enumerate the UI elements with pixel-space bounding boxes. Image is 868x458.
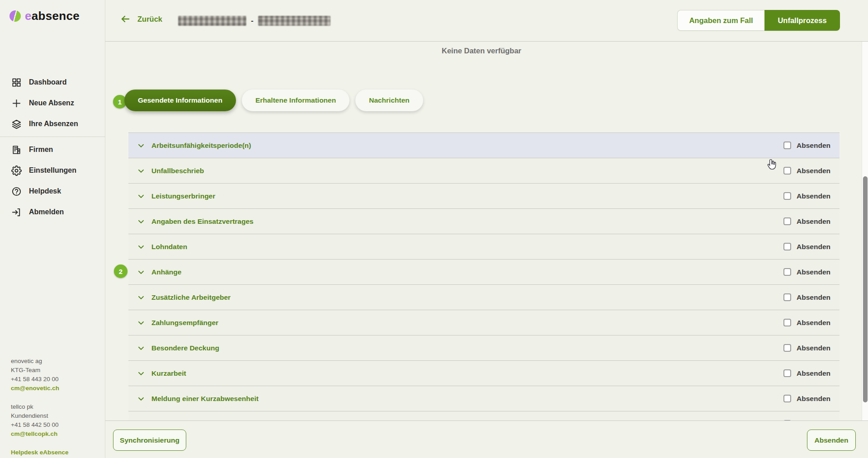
- contact-department: Kundendienst: [11, 411, 69, 420]
- vertical-scrollbar: [862, 42, 868, 420]
- synchronisierung-button[interactable]: Synchronisierung: [113, 430, 186, 451]
- section-label: Leistungserbringer: [151, 192, 215, 200]
- absenden-checkbox[interactable]: [783, 420, 791, 420]
- unfallprozess-button[interactable]: Unfallprozess: [764, 10, 840, 31]
- title-separator: -: [251, 16, 254, 25]
- section-label: Anhänge: [151, 268, 181, 276]
- tab-nachrichten[interactable]: Nachrichten: [355, 90, 423, 111]
- section-row[interactable]: Zusätzliche Arbeitgeber Absenden: [128, 285, 840, 310]
- sidebar-item-label: Firmen: [29, 146, 53, 154]
- contact-group: enovetic ag KTG-Team +41 58 443 20 00 cm…: [11, 357, 69, 393]
- plus-icon: [11, 98, 22, 109]
- chevron-down-icon: [137, 318, 146, 327]
- chevron-down-icon: [137, 369, 146, 378]
- absenden-checkbox[interactable]: [783, 344, 791, 352]
- section-row[interactable]: Besondere Deckung Absenden: [128, 335, 840, 361]
- section-row[interactable]: Mutieren von Personendaten Absenden: [128, 411, 840, 420]
- sidebar-item-label: Dashboard: [29, 78, 67, 86]
- scrollbar-thumb[interactable]: [863, 176, 868, 402]
- contact-email-link[interactable]: cm@tellcopk.ch: [11, 430, 57, 439]
- section-row[interactable]: Zahlungsempfänger Absenden: [128, 310, 840, 335]
- section-row[interactable]: Lohndaten Absenden: [128, 234, 840, 260]
- gear-icon: [11, 165, 22, 176]
- absenden-checkbox-label: Absenden: [797, 293, 830, 302]
- absenden-checkbox-label: Absenden: [797, 369, 830, 378]
- absenden-checkbox[interactable]: [783, 395, 791, 402]
- absenden-checkbox-label: Absenden: [797, 167, 830, 175]
- chevron-down-icon: [137, 420, 146, 421]
- building-icon: [11, 145, 22, 155]
- chevron-down-icon: [137, 268, 146, 277]
- section-row[interactable]: Leistungserbringer Absenden: [128, 184, 840, 209]
- dashboard-grid-icon: [11, 77, 22, 88]
- section-label: Meldung einer Kurzabwesenheit: [151, 395, 259, 403]
- sidebar-item-neue-absenz[interactable]: Neue Absenz: [0, 93, 105, 113]
- eabsence-logo-text: eabsence: [25, 9, 80, 23]
- sidebar-item-einstellungen[interactable]: Einstellungen: [0, 160, 105, 181]
- sidebar-nav: Dashboard Neue Absenz Ihre Absenzen Firm…: [0, 72, 105, 222]
- case-title: -: [178, 15, 330, 27]
- main-content: Keine Daten verfügbar 1 2 Gesendete Info…: [105, 42, 858, 420]
- section-row[interactable]: Unfallbeschrieb Absenden: [128, 158, 840, 184]
- absenden-checkbox[interactable]: [783, 319, 791, 326]
- helpdesk-eabsence-link[interactable]: Helpdesk eAbsence: [11, 448, 69, 457]
- section-row[interactable]: Meldung einer Kurzabwesenheit Absenden: [128, 386, 840, 411]
- angaben-zum-fall-button[interactable]: Angaben zum Fall: [677, 10, 764, 31]
- contact-phone: +41 58 443 20 00: [11, 375, 69, 384]
- absenden-checkbox-label: Absenden: [797, 192, 830, 200]
- sidebar-item-label: Helpdesk: [29, 187, 61, 195]
- absenden-checkbox-label: Absenden: [797, 243, 830, 251]
- section-label: Mutieren von Personendaten: [151, 420, 248, 421]
- absenden-checkbox-label: Absenden: [797, 420, 830, 421]
- sidebar-contact-block: enovetic ag KTG-Team +41 58 443 20 00 cm…: [11, 357, 69, 457]
- sidebar-item-helpdesk[interactable]: Helpdesk: [0, 181, 105, 202]
- sidebar-item-label: Neue Absenz: [29, 99, 74, 107]
- absenden-checkbox[interactable]: [783, 167, 791, 175]
- contact-email-link[interactable]: cm@enovetic.ch: [11, 384, 59, 393]
- info-tabs: Gesendete InformationenErhaltene Informa…: [124, 90, 423, 111]
- chevron-down-icon: [137, 293, 146, 302]
- section-row[interactable]: Anhänge Absenden: [128, 260, 840, 285]
- arrow-left-icon: [120, 14, 131, 24]
- absenden-checkbox-label: Absenden: [797, 344, 830, 352]
- tab-erhaltene-informationen[interactable]: Erhaltene Informationen: [242, 90, 349, 111]
- tab-gesendete-informationen[interactable]: Gesendete Informationen: [124, 90, 236, 111]
- redacted-person-name: [178, 16, 246, 26]
- contact-group: tellco pk Kundendienst +41 58 442 50 00 …: [11, 402, 69, 439]
- sidebar-item-label: Abmelden: [29, 208, 64, 216]
- section-label: Angaben des Einsatzvertrages: [151, 217, 254, 226]
- chevron-down-icon: [137, 242, 146, 251]
- back-button[interactable]: Zurück: [120, 14, 162, 24]
- logout-icon: [11, 207, 22, 217]
- absenden-checkbox-label: Absenden: [797, 142, 830, 150]
- section-row[interactable]: Kurzarbeit Absenden: [128, 361, 840, 386]
- eabsence-app: eabsence Dashboard Neue Absenz Ihre Abse…: [0, 0, 868, 458]
- section-label: Kurzarbeit: [151, 369, 186, 378]
- absenden-checkbox-label: Absenden: [797, 268, 830, 276]
- section-label: Lohndaten: [151, 243, 187, 251]
- sidebar-item-label: Ihre Absenzen: [29, 120, 78, 128]
- absenden-checkbox[interactable]: [783, 142, 791, 149]
- sidebar-divider: [0, 137, 105, 137]
- section-label: Zahlungsempfänger: [151, 319, 218, 327]
- absenden-checkbox[interactable]: [783, 192, 791, 200]
- sidebar-item-dashboard[interactable]: Dashboard: [0, 72, 105, 93]
- chevron-down-icon: [137, 141, 146, 150]
- absenden-checkbox[interactable]: [783, 243, 791, 250]
- question-circle-icon: [11, 186, 22, 197]
- absenden-checkbox[interactable]: [783, 268, 791, 276]
- sidebar-item-ihre-absenzen[interactable]: Ihre Absenzen: [0, 113, 105, 134]
- sidebar-item-firmen[interactable]: Firmen: [0, 139, 105, 160]
- sidebar-item-label: Einstellungen: [29, 166, 76, 175]
- absenden-checkbox[interactable]: [783, 293, 791, 301]
- section-row[interactable]: Angaben des Einsatzvertrages Absenden: [128, 209, 840, 234]
- section-row[interactable]: Arbeitsunfähigkeitsperiode(n) Absenden: [128, 133, 840, 158]
- action-bar: Synchronisierung Absenden: [105, 420, 868, 458]
- absenden-checkbox[interactable]: [783, 369, 791, 377]
- absenden-button[interactable]: Absenden: [807, 430, 856, 451]
- eabsence-logo[interactable]: eabsence: [9, 9, 80, 23]
- page-header: Zurück - Angaben zum Fall Unfallprozess: [105, 0, 868, 42]
- sidebar-item-abmelden[interactable]: Abmelden: [0, 202, 105, 222]
- step-badge-2: 2: [114, 264, 127, 278]
- absenden-checkbox[interactable]: [783, 217, 791, 225]
